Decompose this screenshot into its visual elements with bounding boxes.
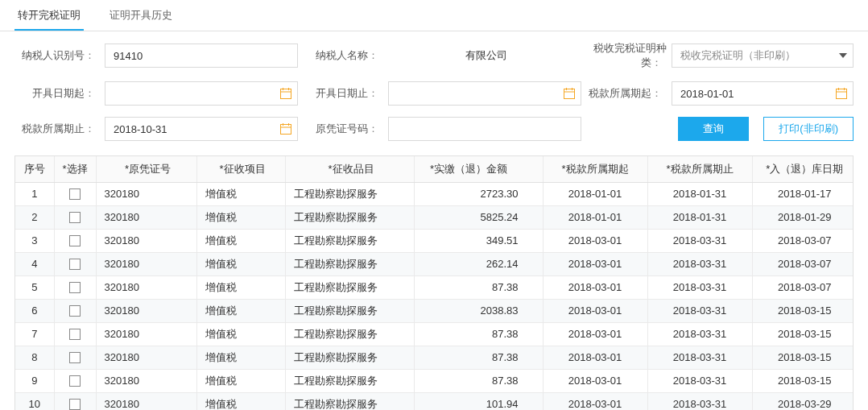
cell-seq: 5 (15, 275, 54, 299)
col-select[interactable]: *选择 (54, 156, 96, 182)
cell-period-start: 2018-03-01 (543, 322, 647, 346)
cell-item: 工程勘察勘探服务 (285, 322, 414, 346)
filter-form: 纳税人识别号： 纳税人名称： 有限公司 税收完税证明种类： 税收完税证明（非印刷… (0, 31, 868, 155)
cell-seq: 9 (15, 369, 54, 392)
cell-select[interactable] (54, 182, 96, 205)
table-row[interactable]: 9320180增值税工程勘察勘探服务87.382018-03-012018-03… (15, 369, 854, 392)
col-item[interactable]: *征收品目 (285, 156, 414, 182)
cell-item: 工程勘察勘探服务 (285, 392, 414, 410)
cell-voucher: 320180 (96, 205, 196, 229)
label-period-to: 税款所属期止 (22, 122, 85, 135)
cell-item: 工程勘察勘探服务 (285, 369, 414, 392)
table-row[interactable]: 2320180增值税工程勘察勘探服务5825.242018-01-012018-… (15, 205, 854, 229)
cell-voucher: 320180 (96, 322, 196, 346)
cell-amount: 2038.83 (414, 299, 543, 322)
cell-item: 工程勘察勘探服务 (285, 182, 414, 205)
label-taxpayer-name: 纳税人名称 (316, 49, 368, 61)
cell-select[interactable] (54, 346, 96, 369)
cell-select[interactable] (54, 275, 96, 299)
checkbox-icon[interactable] (69, 235, 81, 246)
cell-item: 工程勘察勘探服务 (285, 229, 414, 252)
cell-seq: 4 (15, 252, 54, 275)
label-issue-from: 开具日期起 (32, 87, 85, 99)
cell-select[interactable] (54, 229, 96, 252)
label-period-from: 税款所属期起 (589, 87, 651, 99)
col-taxtype[interactable]: *征收项目 (196, 156, 285, 182)
checkbox-icon[interactable] (69, 282, 81, 293)
cell-item: 工程勘察勘探服务 (285, 205, 414, 229)
cell-seq: 8 (15, 346, 54, 369)
cell-select[interactable] (54, 369, 96, 392)
cell-seq: 1 (15, 182, 54, 205)
tax-period-to-input[interactable] (105, 117, 298, 141)
table-row[interactable]: 10320180增值税工程勘察勘探服务101.942018-03-012018-… (15, 392, 854, 410)
orig-voucher-input[interactable] (388, 117, 581, 141)
results-table: 序号 *选择 *原凭证号 *征收项目 *征收品目 *实缴（退）金额 *税款所属期… (14, 155, 854, 410)
checkbox-icon[interactable] (69, 212, 81, 223)
cell-voucher: 320180 (96, 275, 196, 299)
cell-period-start: 2018-03-01 (543, 299, 647, 322)
cell-period-end: 2018-03-31 (647, 392, 752, 410)
cell-amount: 87.38 (414, 346, 543, 369)
cell-item: 工程勘察勘探服务 (285, 275, 414, 299)
tab-issue-cert[interactable]: 转开完税证明 (14, 0, 84, 31)
cell-period-start: 2018-03-01 (543, 369, 647, 392)
cell-seq: 10 (15, 392, 54, 410)
cell-storage-date: 2018-03-15 (752, 322, 854, 346)
cell-period-start: 2018-01-01 (543, 182, 647, 205)
cell-item: 工程勘察勘探服务 (285, 252, 414, 275)
query-button[interactable]: 查询 (678, 117, 749, 141)
issue-date-from-input[interactable] (105, 81, 298, 106)
cell-voucher: 320180 (96, 346, 196, 369)
cell-taxtype: 增值税 (196, 229, 285, 252)
col-period-end[interactable]: *税款所属期止 (647, 156, 752, 182)
cell-period-end: 2018-03-31 (647, 275, 752, 299)
table-row[interactable]: 1320180增值税工程勘察勘探服务2723.302018-01-012018-… (15, 182, 854, 205)
table-row[interactable]: 5320180增值税工程勘察勘探服务87.382018-03-012018-03… (15, 275, 854, 299)
taxpayer-id-input[interactable] (105, 43, 298, 68)
issue-date-to-input[interactable] (388, 81, 581, 106)
cell-amount: 2723.30 (414, 182, 543, 205)
checkbox-icon[interactable] (69, 329, 81, 340)
checkbox-icon[interactable] (69, 399, 81, 410)
table-row[interactable]: 3320180增值税工程勘察勘探服务349.512018-03-012018-0… (15, 229, 854, 252)
print-button[interactable]: 打印(非印刷) (763, 117, 854, 141)
cell-select[interactable] (54, 392, 96, 410)
col-period-start[interactable]: *税款所属期起 (543, 156, 647, 182)
checkbox-icon[interactable] (69, 305, 81, 317)
checkbox-icon[interactable] (69, 188, 81, 200)
col-voucher[interactable]: *原凭证号 (96, 156, 196, 182)
cell-amount: 87.38 (414, 275, 543, 299)
tab-history[interactable]: 证明开具历史 (106, 0, 176, 31)
col-storage-date[interactable]: *入（退）库日期 (752, 156, 854, 182)
cell-period-end: 2018-03-31 (647, 322, 752, 346)
cell-period-end: 2018-03-31 (647, 299, 752, 322)
cell-storage-date: 2018-03-15 (752, 346, 854, 369)
table-row[interactable]: 8320180增值税工程勘察勘探服务87.382018-03-012018-03… (15, 346, 854, 369)
checkbox-icon[interactable] (69, 259, 81, 270)
col-amount[interactable]: *实缴（退）金额 (414, 156, 543, 182)
table-row[interactable]: 7320180增值税工程勘察勘探服务87.382018-03-012018-03… (15, 322, 854, 346)
cell-period-end: 2018-03-31 (647, 369, 752, 392)
cell-voucher: 320180 (96, 299, 196, 322)
cell-seq: 3 (15, 229, 54, 252)
cell-select[interactable] (54, 322, 96, 346)
tax-period-from-input[interactable] (672, 81, 854, 106)
cell-storage-date: 2018-03-07 (752, 229, 854, 252)
col-seq[interactable]: 序号 (15, 156, 54, 182)
cell-select[interactable] (54, 252, 96, 275)
cell-storage-date: 2018-03-15 (752, 369, 854, 392)
cell-period-end: 2018-03-31 (647, 252, 752, 275)
cell-period-start: 2018-03-01 (543, 252, 647, 275)
cell-storage-date: 2018-01-29 (752, 205, 854, 229)
cell-select[interactable] (54, 205, 96, 229)
table-row[interactable]: 6320180增值税工程勘察勘探服务2038.832018-03-012018-… (15, 299, 854, 322)
cell-storage-date: 2018-03-07 (752, 275, 854, 299)
checkbox-icon[interactable] (69, 352, 81, 363)
cert-type-select[interactable]: 税收完税证明（非印刷） (672, 43, 854, 68)
checkbox-icon[interactable] (69, 375, 81, 387)
table-row[interactable]: 4320180增值税工程勘察勘探服务262.142018-03-012018-0… (15, 252, 854, 275)
cell-amount: 87.38 (414, 322, 543, 346)
cell-taxtype: 增值税 (196, 205, 285, 229)
cell-select[interactable] (54, 299, 96, 322)
